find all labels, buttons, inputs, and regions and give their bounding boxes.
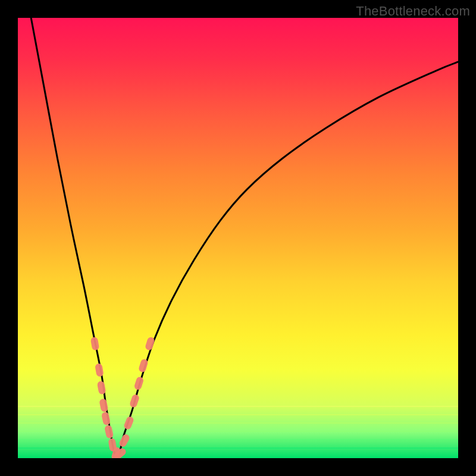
bottleneck-curve-line	[31, 18, 458, 456]
marker-cluster-group	[90, 336, 155, 458]
marker-pill	[97, 381, 107, 395]
marker-pill	[129, 393, 140, 408]
watermark-text: TheBottleneck.com	[356, 4, 470, 19]
chart-svg	[18, 18, 458, 458]
outer-black-frame: TheBottleneck.com	[0, 0, 476, 476]
plot-area	[18, 18, 458, 458]
marker-pill	[133, 376, 144, 391]
marker-pill	[118, 433, 131, 448]
marker-pill	[99, 398, 108, 412]
marker-pill	[123, 415, 134, 430]
marker-pill	[95, 363, 104, 377]
marker-pill	[90, 337, 100, 351]
marker-pill	[101, 411, 111, 425]
marker-pill	[104, 425, 114, 439]
